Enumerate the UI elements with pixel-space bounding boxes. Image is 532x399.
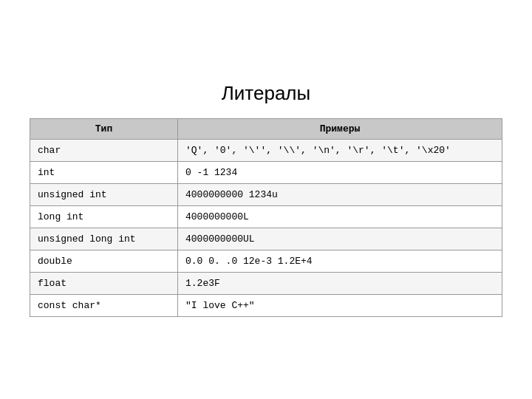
- cell-examples: 'Q', '0', '\'', '\\', '\n', '\r', '\t', …: [178, 140, 502, 162]
- cell-examples: 4000000000L: [178, 206, 502, 228]
- table-wrapper: Тип Примеры char'Q', '0', '\'', '\\', '\…: [30, 118, 502, 317]
- cell-type: unsigned long int: [30, 228, 178, 250]
- table-row: unsigned int4000000000 1234u: [30, 184, 502, 206]
- cell-examples: 4000000000 1234u: [178, 184, 502, 206]
- table-row: char'Q', '0', '\'', '\\', '\n', '\r', '\…: [30, 140, 502, 162]
- cell-examples: 0 -1 1234: [178, 162, 502, 184]
- table-row: int0 -1 1234: [30, 162, 502, 184]
- cell-type: float: [30, 273, 178, 295]
- page-title: Литералы: [222, 82, 310, 105]
- cell-type: double: [30, 250, 178, 273]
- cell-type: int: [30, 162, 178, 184]
- cell-examples: 4000000000UL: [178, 228, 502, 250]
- cell-type: unsigned int: [30, 184, 178, 206]
- cell-type: char: [30, 140, 178, 162]
- cell-type: long int: [30, 206, 178, 228]
- cell-type: const char*: [30, 295, 178, 317]
- table-row: const char*"I love C++": [30, 295, 502, 317]
- header-examples: Примеры: [178, 119, 502, 140]
- literals-table: Тип Примеры char'Q', '0', '\'', '\\', '\…: [30, 118, 502, 317]
- table-row: double0.0 0. .0 12e-3 1.2E+4: [30, 250, 502, 273]
- table-row: long int4000000000L: [30, 206, 502, 228]
- cell-examples: "I love C++": [178, 295, 502, 317]
- table-row: float1.2e3F: [30, 273, 502, 295]
- table-row: unsigned long int4000000000UL: [30, 228, 502, 250]
- cell-examples: 0.0 0. .0 12e-3 1.2E+4: [178, 250, 502, 273]
- cell-examples: 1.2e3F: [178, 273, 502, 295]
- header-type: Тип: [30, 119, 178, 140]
